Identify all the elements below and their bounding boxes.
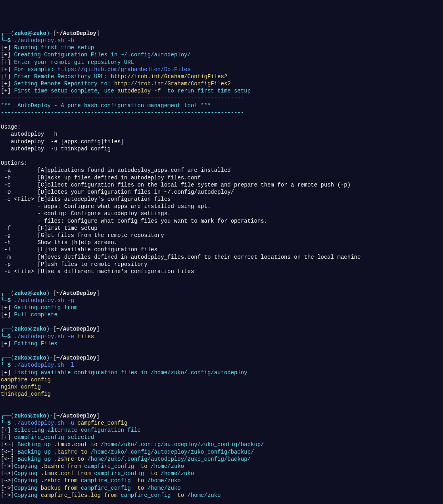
status-line: [+] Running first time setup bbox=[1, 44, 94, 51]
option-e: -e <File> [E]dits autodeploy's configura… bbox=[1, 196, 171, 202]
prompt-line-2[interactable]: └─$ ./autodeploy.sh -h bbox=[1, 37, 74, 44]
status-line: [+] Pull complete bbox=[1, 312, 58, 318]
prompt-line-2[interactable]: └─$ ./autodeploy.sh -g bbox=[1, 297, 74, 304]
option-h: -h Show this [h]elp screen. bbox=[1, 239, 117, 246]
banner-line: *** AutoDeploy - A pure bash configurati… bbox=[1, 102, 211, 109]
prompt-line-2[interactable]: └─$ ./autodeploy.sh -l bbox=[1, 362, 74, 368]
command-1: ./autodeploy.sh -h bbox=[14, 37, 74, 44]
copy-line: [~>]Copying .tmux.conf from campfire_con… bbox=[1, 470, 194, 477]
usage-example: autodeploy -e [apps|config|files] bbox=[1, 139, 124, 145]
option-u: -u <file> [U]se a different machine's co… bbox=[1, 268, 194, 275]
copy-line: [~>]Copying .bashrc from campfire_config… bbox=[1, 463, 184, 469]
status-line: [+] Selecting alternate configuration fi… bbox=[1, 427, 141, 433]
copy-line: [~>]Copying backup from campfire_config … bbox=[1, 485, 181, 491]
config-file-item: campfire_config bbox=[1, 377, 51, 383]
status-line: [+] First time setup complete, use autod… bbox=[1, 88, 251, 94]
option-e-config: - config: Configure autodeploy settings. bbox=[1, 210, 171, 217]
divider-line: ----------------------------------------… bbox=[1, 95, 244, 101]
config-file-item: nginx_config bbox=[1, 384, 41, 390]
command-4: ./autodeploy.sh -l bbox=[14, 362, 74, 368]
status-line: [+] Listing available configuration file… bbox=[1, 369, 247, 376]
status-line: [+] Creating Configuration Files in ~/.c… bbox=[1, 52, 191, 58]
command-2: ./autodeploy.sh -g bbox=[14, 297, 74, 304]
backup-line: [<~] Backing up .zshrc to /home/zuko/.co… bbox=[1, 456, 251, 462]
backup-line: [<~] Backing up .bashrc to /home/zuko/.c… bbox=[1, 449, 254, 455]
prompt-line-2[interactable]: └─$ ./autodeploy.sh -e files bbox=[1, 333, 94, 340]
option-m: -m [M]oves dotfiles defined in autodeplo… bbox=[1, 254, 361, 260]
usage-example: autodeploy -h bbox=[1, 131, 61, 137]
prompt-line-1: ┌──(zuko㉿zuko)-[~/AutoDeploy] bbox=[1, 413, 100, 419]
status-line: [+] campfire_config selected bbox=[1, 434, 94, 441]
option-e-files: - files: Configure what config files you… bbox=[1, 218, 267, 224]
divider-line: ----------------------------------------… bbox=[1, 110, 244, 116]
copy-line: [~>]Copying .zshrc from campfire_config … bbox=[1, 477, 181, 484]
status-line: [+] Editing Files bbox=[1, 340, 58, 347]
usage-example: autodeploy -u thinkpad_config bbox=[1, 146, 111, 152]
prompt-line-1: ┌──(zuko㉿zuko)-[~/AutoDeploy] bbox=[1, 326, 100, 332]
status-alert: [!] Enter Remote Repository URL: http://… bbox=[1, 73, 227, 80]
option-g: -g [G]et files from the remote repositor… bbox=[1, 232, 164, 239]
options-header: Options: bbox=[1, 160, 27, 166]
copy-line: [~>]Copying campfire_files.log from camp… bbox=[1, 492, 221, 498]
config-file-item: thinkpad_config bbox=[1, 391, 51, 397]
option-l: -l [L]ist available configuration files bbox=[1, 246, 157, 253]
prompt-line-1: ┌──(zuko㉿zuko)-[~/AutoDeploy] bbox=[1, 355, 100, 361]
terminal-output: ┌──(zuko㉿zuko)-[~/AutoDeploy] └─$ ./auto… bbox=[1, 30, 442, 499]
option-f: -f [F]irst time setup bbox=[1, 225, 98, 231]
option-p: -p [P]ush files to remote repository bbox=[1, 261, 148, 267]
usage-header: Usage: bbox=[1, 124, 21, 130]
status-line: [+] Enter your remote git repository URL bbox=[1, 59, 134, 65]
option-b: -b [B]acks up files defined in autodeplo… bbox=[1, 175, 201, 181]
command-3: ./autodeploy.sh -e bbox=[14, 333, 74, 340]
backup-line: [<~] Backing up .tmux.conf to /home/zuko… bbox=[1, 441, 264, 448]
prompt-line-2[interactable]: └─$ ./autodeploy.sh -u campfire_config bbox=[1, 420, 127, 426]
prompt-line-1: ┌──(zuko㉿zuko)-[~/AutoDeploy] bbox=[1, 30, 100, 37]
status-line: [+] For example: https://github.com/grah… bbox=[1, 66, 191, 73]
option-c: -c [C]ollect configuration files on the … bbox=[1, 182, 351, 188]
status-line: [+] Getting config from bbox=[1, 304, 81, 311]
prompt-line-1: ┌──(zuko㉿zuko)-[~/AutoDeploy] bbox=[1, 290, 100, 296]
option-a: -a [A]pplications found in autodeploy_ap… bbox=[1, 167, 231, 173]
status-line: [+] Setting Remote Repository to: http:/… bbox=[1, 81, 231, 87]
option-D: -D [D]eletes your configuration files in… bbox=[1, 189, 234, 195]
command-5: ./autodeploy.sh -u bbox=[14, 420, 74, 426]
option-e-apps: - apps: Configure what apps are installe… bbox=[1, 203, 211, 210]
